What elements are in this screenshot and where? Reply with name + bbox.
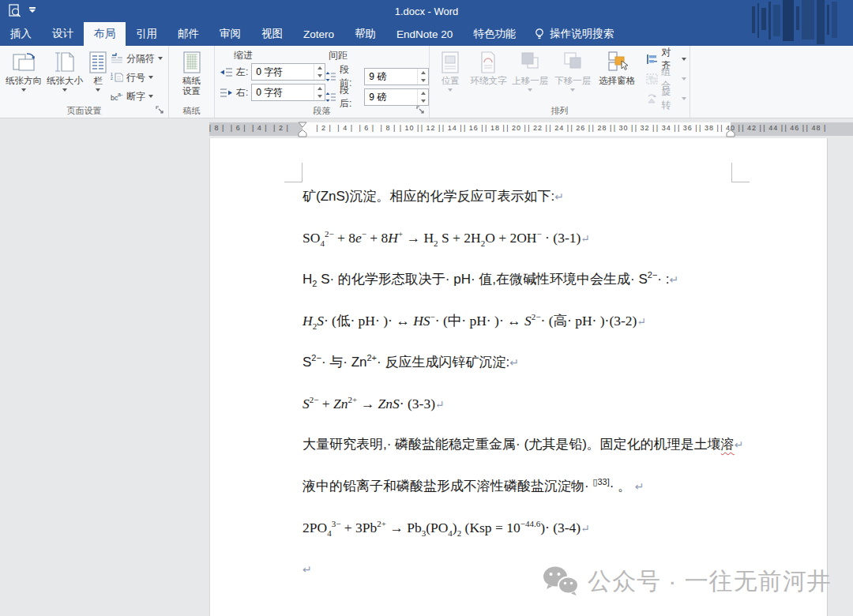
ruler-number: | 12 | [421, 124, 442, 132]
ruler-number: | 18 | [485, 124, 505, 132]
ribbon: 纸张方向 纸张大小 [0, 46, 853, 118]
line-numbers-icon: 1 2 [111, 72, 123, 83]
position-button: 位置 [433, 48, 468, 107]
wechat-icon [542, 565, 580, 598]
align-icon [646, 54, 658, 65]
ribbon-tabs: 插入设计布局引用邮件审阅视图Zotero帮助EndNote 20特色功能 [0, 22, 526, 46]
indent-left-icon [220, 67, 233, 77]
spin-up-icon[interactable] [314, 85, 325, 92]
spacing-after-field [364, 88, 429, 106]
spacing-after-icon [325, 92, 336, 103]
paper-size-icon [53, 50, 77, 75]
tell-me-search[interactable]: 操作说明搜索 [526, 22, 622, 46]
ruler-number: | 26 | [570, 124, 591, 132]
ruler-number: | 30 | [614, 124, 634, 132]
ruler-number: | 38 | [699, 124, 720, 132]
tab-特色功能[interactable]: 特色功能 [463, 22, 526, 46]
tab-布局[interactable]: 布局 [84, 22, 126, 46]
tab-设计[interactable]: 设计 [42, 22, 84, 46]
indent-left-field [251, 63, 325, 81]
spin-down-icon[interactable] [314, 72, 325, 80]
ruler-number: | 2 | [314, 124, 334, 132]
columns-button[interactable]: 栏 [85, 48, 111, 105]
hyphenation-icon: bc a- [111, 91, 123, 102]
bring-forward-icon [518, 50, 542, 75]
ruler-number: | 32 | [635, 124, 656, 132]
send-backward-icon [561, 50, 584, 75]
chevron-down-icon [448, 88, 453, 92]
document-line[interactable]: 大量研究表明,· 磷酸盐能稳定重金属· (尤其是铅)。固定化的机理是土壤溶↵ [302, 434, 824, 475]
document-line[interactable]: SO42− + 8e− + 8H+ → H2 S + 2H2O + 2OH− ·… [302, 227, 824, 269]
ruler-number: | 14 | [442, 124, 463, 132]
wrap-text-icon [478, 50, 498, 75]
ruler-number: | 22 | [528, 124, 548, 132]
chevron-down-icon [158, 57, 163, 60]
svg-text:2: 2 [111, 76, 113, 81]
left-indent-marker[interactable] [298, 130, 307, 137]
document-line[interactable]: S2− + Zn2+ → ZnS· (3-3)↵ [302, 393, 824, 434]
group-grid-paper: 稿纸设置 稿纸 [169, 46, 215, 118]
orientation-icon [10, 50, 37, 75]
spin-up-icon[interactable] [418, 89, 428, 97]
ruler-number: | 4 | [250, 124, 270, 132]
ruler-number: | 44 | [763, 124, 783, 132]
group-label: 排列 [430, 105, 690, 117]
margin-crop-mark [284, 163, 302, 182]
breaks-icon [111, 53, 123, 64]
first-line-indent-marker[interactable] [298, 122, 307, 128]
tab-邮件[interactable]: 邮件 [167, 22, 209, 46]
group-label: 段落 [215, 105, 429, 117]
ruler-number: | 2 | [271, 124, 291, 132]
margin-crop-mark [731, 163, 750, 182]
document-line[interactable]: H2 S· 的化学形态取决于· pH· 值,在微碱性环境中会生成· S2−· :… [302, 269, 824, 310]
spin-down-icon[interactable] [314, 92, 325, 100]
tab-引用[interactable]: 引用 [126, 22, 167, 46]
chevron-down-icon [528, 88, 532, 92]
ruler-number: | 16 | [464, 124, 484, 132]
chevron-down-icon [96, 88, 100, 92]
page[interactable]: 矿(ZnS)沉淀。相应的化学反应可表示如下:↵SO42− + 8e− + 8H+… [209, 138, 828, 616]
breaks-button[interactable]: 分隔符 [111, 50, 163, 67]
grid-settings-button[interactable]: 稿纸设置 [178, 48, 206, 98]
ruler-number: | 42 | [742, 124, 762, 132]
chevron-down-icon [21, 88, 26, 92]
hyphenation-button[interactable]: bc a- 断字 [111, 88, 163, 105]
ruler[interactable]: | 8 || 6 || 4 || 2 || 2 || 4 || 6 || 8 |… [209, 122, 853, 136]
ruler-number: | 46 | [784, 124, 805, 132]
right-indent-marker[interactable] [726, 130, 735, 137]
spin-down-icon[interactable] [418, 97, 428, 105]
paper-size-button[interactable]: 纸张大小 [44, 48, 85, 105]
line-numbers-button[interactable]: 1 2 行号 [111, 69, 163, 86]
svg-text:a-: a- [118, 92, 123, 97]
columns-icon [88, 50, 108, 75]
tab-Zotero[interactable]: Zotero [293, 22, 344, 46]
spin-up-icon[interactable] [418, 69, 428, 77]
tab-审阅[interactable]: 审阅 [209, 22, 251, 46]
tab-EndNote 20[interactable]: EndNote 20 [386, 22, 463, 46]
document-line[interactable]: 2PO43− + 3Pb2+ → Pb3(PO4)2 (Ksp = 10−44.… [302, 517, 824, 558]
page-text: 矿(ZnS)沉淀。相应的化学反应可表示如下:↵SO42− + 8e− + 8H+… [302, 186, 824, 600]
document-line[interactable]: 液中的铅离子和磷酸盐形成不溶性磷酸盐沉淀物· ▯33]· 。 ↵ [302, 476, 824, 517]
chevron-down-icon [148, 76, 153, 79]
group-page-setup: 纸张方向 纸张大小 [0, 46, 169, 118]
tab-插入[interactable]: 插入 [0, 22, 42, 46]
orientation-button[interactable]: 纸张方向 [3, 48, 44, 105]
spacing-before-icon [325, 71, 336, 82]
spin-up-icon[interactable] [314, 64, 325, 72]
document-line[interactable]: H2S· (低· pH· )· ↔ HS−· (中· pH· )· ↔ S2−·… [302, 310, 824, 351]
document-line[interactable]: S2−· 与· Zn2+· 反应生成闪锌矿沉淀:↵ [302, 352, 824, 393]
window-title: 1.docx - Word [0, 6, 853, 17]
selection-pane-button[interactable]: 选择窗格 [594, 48, 640, 107]
ruler-number: | 6 | [228, 124, 249, 132]
send-backward-button: 下移一层 [551, 48, 594, 107]
tab-帮助[interactable]: 帮助 [344, 22, 386, 46]
dialog-launcher-icon[interactable] [416, 106, 426, 116]
document-line[interactable]: 矿(ZnS)沉淀。相应的化学反应可表示如下:↵ [302, 186, 824, 227]
ruler-number: | 34 | [656, 124, 677, 132]
indent-left-label: 左: [236, 66, 248, 79]
wrap-text-button: 环绕文字 [468, 48, 509, 107]
chevron-down-icon [682, 97, 686, 100]
group-label: 稿纸 [169, 105, 214, 117]
dialog-launcher-icon[interactable] [156, 106, 166, 116]
tab-视图[interactable]: 视图 [251, 22, 293, 46]
